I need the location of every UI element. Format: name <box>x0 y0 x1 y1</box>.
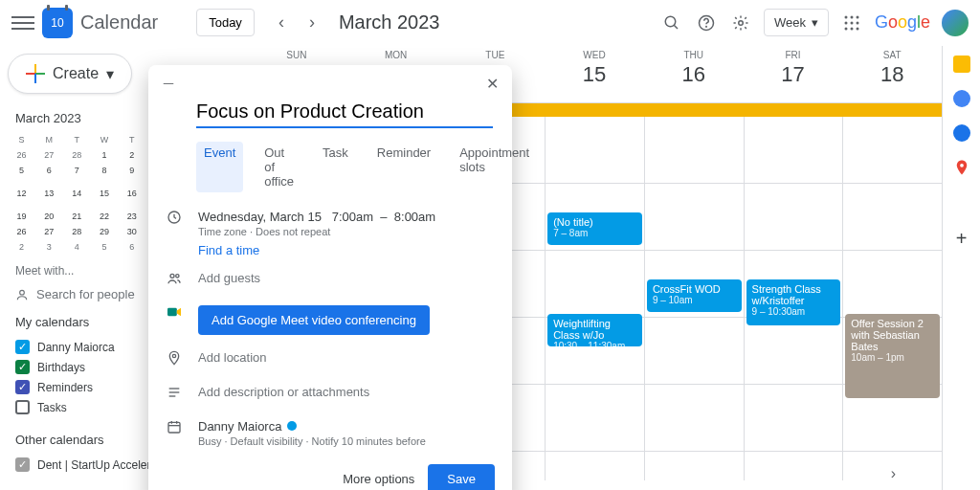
add-description-input[interactable]: Add description or attachments <box>198 385 495 399</box>
mini-date[interactable]: 8 <box>91 163 119 186</box>
day-header[interactable]: SAT18 <box>842 46 942 102</box>
tab-out-of-office[interactable]: Out of office <box>256 142 301 192</box>
prev-week-button[interactable]: ‹ <box>266 8 297 38</box>
mini-dow: T <box>118 132 145 147</box>
svg-point-0 <box>665 16 676 27</box>
save-button[interactable]: Save <box>428 464 495 490</box>
mini-calendar-title: March 2023 <box>15 111 81 125</box>
day-column[interactable]: CrossFit WOD9 – 10am <box>644 117 744 480</box>
event-title-input[interactable] <box>196 97 493 128</box>
svg-point-9 <box>850 21 853 24</box>
day-column[interactable]: (No title)7 – 8amWeightlifting Class w/J… <box>545 117 644 480</box>
mini-date[interactable]: 3 <box>35 239 63 255</box>
day-header[interactable]: WED15 <box>545 46 644 102</box>
checkbox[interactable] <box>15 360 30 374</box>
mini-date[interactable]: 21 <box>63 209 91 224</box>
mini-date[interactable]: 27 <box>35 224 63 239</box>
tasks-icon[interactable] <box>953 90 970 107</box>
description-icon <box>166 385 183 404</box>
mini-date[interactable]: 9 <box>118 163 145 186</box>
app-title: Calendar <box>80 11 158 33</box>
menu-icon[interactable] <box>11 11 34 34</box>
mini-date[interactable]: 12 <box>8 186 35 209</box>
close-icon[interactable]: ✕ <box>486 75 499 93</box>
drag-handle-icon[interactable]: ⸺ <box>162 75 175 93</box>
mini-date[interactable]: 4 <box>63 239 91 255</box>
add-location-input[interactable]: Add location <box>198 350 495 365</box>
find-time-link[interactable]: Find a time <box>198 243 512 257</box>
mini-date[interactable]: 22 <box>91 209 119 224</box>
day-header[interactable]: THU16 <box>644 46 744 102</box>
add-meet-button[interactable]: Add Google Meet video conferencing <box>198 305 430 335</box>
calendar-event[interactable]: Offer Session 2 with Sebastian Bates10am… <box>845 314 940 398</box>
mini-date[interactable]: 7 <box>63 163 91 186</box>
today-button[interactable]: Today <box>196 9 255 36</box>
mini-date[interactable]: 13 <box>35 186 63 209</box>
mini-date[interactable]: 6 <box>35 163 63 186</box>
tab-reminder[interactable]: Reminder <box>369 142 438 192</box>
mini-date[interactable]: 27 <box>35 147 63 163</box>
mini-date[interactable]: 2 <box>118 147 145 163</box>
mini-date[interactable]: 28 <box>63 147 91 163</box>
calendar-event[interactable]: Weightlifting Class w/Jo10:30 – 11:30am <box>547 314 642 346</box>
contacts-icon[interactable] <box>953 124 970 142</box>
people-icon <box>166 271 183 290</box>
view-selector[interactable]: Week▾ <box>764 9 829 36</box>
add-addon-icon[interactable]: + <box>953 230 970 247</box>
event-time-row[interactable]: Wednesday, March 15 7:00am – 8:00am Time… <box>198 210 495 237</box>
google-logo: Google <box>875 12 930 33</box>
mini-date[interactable]: 26 <box>8 224 35 239</box>
checkbox[interactable] <box>15 340 30 354</box>
tab-event[interactable]: Event <box>196 142 243 192</box>
calendar-logo: 10 <box>42 8 73 38</box>
keep-icon[interactable] <box>953 56 970 73</box>
more-options-button[interactable]: More options <box>343 472 414 486</box>
search-icon[interactable] <box>660 11 683 34</box>
mini-date[interactable]: 28 <box>63 224 91 239</box>
mini-date[interactable]: 20 <box>35 209 63 224</box>
add-guests-input[interactable]: Add guests <box>198 271 495 285</box>
mini-date[interactable]: 30 <box>118 224 145 239</box>
expand-side-panel-button[interactable]: › <box>891 465 896 482</box>
mini-date[interactable]: 19 <box>8 209 35 224</box>
mini-date[interactable]: 29 <box>91 224 119 239</box>
day-column[interactable]: Strength Class w/Kristoffer9 – 10:30am <box>744 117 843 480</box>
calendar-event[interactable]: CrossFit WOD9 – 10am <box>647 279 742 312</box>
mini-date[interactable]: 6 <box>118 239 145 255</box>
create-button[interactable]: Create ▾ <box>8 54 132 94</box>
tab-appointment-slots[interactable]: Appointment slots <box>452 142 537 192</box>
mini-date[interactable]: 26 <box>8 147 35 163</box>
mini-dow: S <box>8 132 35 147</box>
calendar-event[interactable]: (No title)7 – 8am <box>547 212 642 245</box>
svg-point-7 <box>856 15 858 18</box>
mini-date[interactable]: 1 <box>91 147 119 163</box>
gear-icon[interactable] <box>729 11 752 34</box>
checkbox[interactable] <box>15 457 30 472</box>
mini-date[interactable]: 14 <box>63 186 91 209</box>
mini-date[interactable]: 15 <box>91 186 119 209</box>
mini-dow: W <box>91 132 119 147</box>
svg-point-14 <box>20 290 25 295</box>
avatar[interactable] <box>942 10 969 36</box>
apps-icon[interactable] <box>840 11 863 34</box>
mini-date[interactable]: 2 <box>8 239 35 255</box>
next-week-button[interactable]: › <box>297 8 327 38</box>
maps-icon[interactable] <box>953 159 970 176</box>
calendar-event[interactable]: Strength Class w/Kristoffer9 – 10:30am <box>746 279 841 325</box>
mini-date[interactable]: 5 <box>8 163 35 186</box>
event-owner-row[interactable]: Danny Maiorca Busy · Default visibility … <box>198 419 495 447</box>
create-event-dialog: ⸺ ✕ EventOut of officeTaskReminderAppoin… <box>148 65 512 490</box>
tab-task[interactable]: Task <box>315 142 356 192</box>
location-icon <box>166 350 183 369</box>
svg-point-17 <box>170 274 174 278</box>
mini-date[interactable]: 23 <box>118 209 145 224</box>
day-column[interactable]: Offer Session 2 with Sebastian Bates10am… <box>842 117 942 480</box>
mini-date[interactable]: 16 <box>118 186 145 209</box>
help-icon[interactable] <box>695 11 718 34</box>
mini-date[interactable]: 5 <box>91 239 119 255</box>
day-header[interactable]: FRI17 <box>744 46 843 102</box>
checkbox[interactable] <box>15 400 30 414</box>
svg-rect-24 <box>168 422 180 433</box>
checkbox[interactable] <box>15 380 30 394</box>
svg-point-5 <box>844 15 847 18</box>
